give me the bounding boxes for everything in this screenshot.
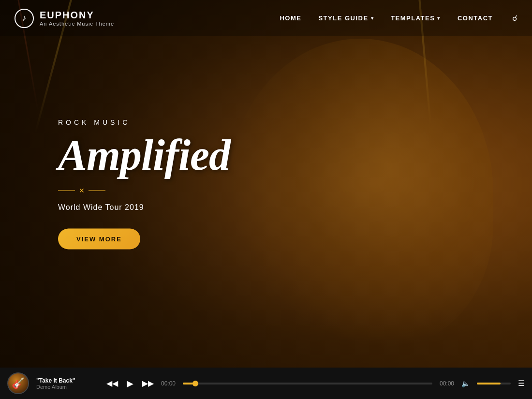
current-time: 00:00 — [161, 380, 176, 387]
brand-title: EUPHONY — [40, 10, 114, 21]
progress-bar-wrap[interactable] — [183, 383, 432, 384]
music-note-icon: ♪ — [15, 9, 34, 28]
view-more-button[interactable]: VIEW MORE — [58, 229, 140, 250]
hero-divider: ✕ — [58, 187, 230, 194]
hero-subtitle: ROCK MUSIC — [58, 118, 230, 126]
player-controls: ◀◀ ▶ ▶▶ — [106, 378, 154, 389]
nav-home[interactable]: HOME — [280, 15, 301, 22]
guitar-icon: 🎸 — [12, 377, 25, 390]
divider-line-right — [89, 190, 105, 191]
cross-icon: ✕ — [79, 187, 85, 194]
chevron-down-icon: ▾ — [371, 15, 374, 21]
divider-line-left — [58, 190, 75, 191]
playlist-icon[interactable]: ☰ — [518, 379, 525, 388]
music-player: 🎸 "Take It Back" Demo Album ◀◀ ▶ ▶▶ 00:0… — [0, 368, 532, 399]
nav-templates[interactable]: TEMPLATES ▾ — [391, 15, 441, 22]
nav-style-guide[interactable]: STYLE GUIDE ▾ — [318, 15, 374, 22]
hero-title: Amplified — [58, 133, 230, 177]
volume-bar-background[interactable] — [477, 383, 511, 384]
hero-content: ROCK MUSIC Amplified ✕ World Wide Tour 2… — [58, 118, 230, 250]
search-icon[interactable]: ☌ — [512, 14, 517, 23]
volume-bar-fill — [477, 383, 501, 384]
progress-indicator — [192, 381, 198, 386]
total-time: 00:00 — [440, 380, 454, 387]
navbar: ♪ EUPHONY An Aesthetic Music Theme HOME … — [0, 0, 532, 36]
player-info: "Take It Back" Demo Album — [36, 377, 99, 390]
nav-contact[interactable]: CONTACT — [458, 15, 493, 22]
next-button[interactable]: ▶▶ — [142, 379, 154, 388]
progress-bar-background[interactable] — [183, 383, 432, 384]
play-button[interactable]: ▶ — [127, 378, 133, 389]
volume-bar-wrap[interactable] — [477, 383, 511, 384]
logo-text: EUPHONY An Aesthetic Music Theme — [40, 10, 114, 27]
chevron-down-icon: ▾ — [437, 15, 441, 21]
logo-area[interactable]: ♪ EUPHONY An Aesthetic Music Theme — [15, 9, 114, 28]
album-name: Demo Album — [36, 384, 99, 390]
nav-links: HOME STYLE GUIDE ▾ TEMPLATES ▾ CONTACT ☌ — [280, 14, 517, 23]
album-art: 🎸 — [7, 372, 29, 394]
brand-subtitle: An Aesthetic Music Theme — [40, 21, 114, 27]
track-name: "Take It Back" — [36, 377, 99, 384]
hero-section: ♪ EUPHONY An Aesthetic Music Theme HOME … — [0, 0, 532, 368]
volume-icon: 🔈 — [461, 380, 470, 387]
previous-button[interactable]: ◀◀ — [106, 379, 118, 388]
tour-text: World Wide Tour 2019 — [58, 203, 230, 212]
